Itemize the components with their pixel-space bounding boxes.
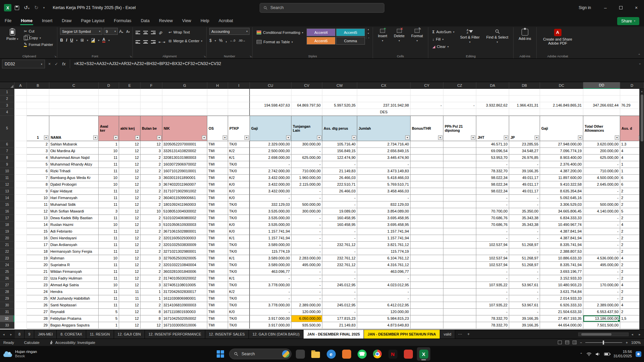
sheet-tab[interactable]: 8 bbox=[15, 330, 24, 339]
row-header[interactable]: 1 bbox=[0, 89, 14, 96]
column-header-D[interactable]: D bbox=[99, 82, 119, 89]
grow-font-button[interactable]: A▴ bbox=[119, 29, 123, 34]
volume-icon[interactable] bbox=[595, 352, 600, 356]
grid-cell[interactable]: - bbox=[357, 275, 411, 282]
filter-dropdown[interactable]: ▼ bbox=[504, 135, 508, 140]
grid-cell[interactable]: 3.535.000,00 bbox=[250, 215, 291, 222]
grid-cell[interactable] bbox=[228, 109, 250, 116]
grid-cell[interactable] bbox=[411, 161, 443, 168]
filter-header-cell[interactable]: Awal ker▼ bbox=[99, 116, 119, 141]
grid-cell[interactable]: 2 bbox=[141, 168, 162, 175]
row-header[interactable]: 12 bbox=[0, 181, 14, 188]
grid-cell[interactable]: 11 bbox=[99, 155, 119, 161]
grid-cell[interactable] bbox=[443, 248, 476, 255]
ribbon-tab-insert[interactable]: Insert bbox=[37, 16, 57, 26]
grid-cell[interactable] bbox=[411, 262, 443, 268]
grid-cell[interactable] bbox=[509, 96, 540, 102]
grid-cell[interactable] bbox=[443, 315, 476, 322]
grid-cell[interactable] bbox=[443, 255, 476, 262]
grid-cell[interactable]: 51.268,97 bbox=[509, 242, 540, 248]
grid-cell[interactable]: 4.316.761,12 bbox=[357, 262, 411, 268]
grid-cell[interactable] bbox=[99, 109, 119, 116]
grid-cell[interactable]: 3271021302980001 bbox=[162, 248, 207, 255]
row-header[interactable]: 4 bbox=[0, 109, 14, 116]
grid-cell[interactable]: Ahmad Agi Satria bbox=[49, 282, 99, 289]
scrollbar-thumb[interactable] bbox=[641, 95, 643, 141]
clear-button[interactable]: ◢Clear▾ bbox=[431, 43, 456, 50]
grid-cell[interactable]: - bbox=[322, 201, 357, 208]
column-header-CY[interactable]: CY bbox=[411, 82, 443, 89]
grid-cell[interactable]: 6.834.333,33 bbox=[540, 215, 583, 222]
align-center-icon[interactable] bbox=[143, 40, 148, 44]
excel-icon[interactable]: X bbox=[417, 347, 430, 361]
column-header-DB[interactable]: DB bbox=[509, 82, 540, 89]
grid-cell[interactable] bbox=[443, 148, 476, 155]
grid-cell[interactable] bbox=[411, 109, 443, 116]
grid-cell[interactable] bbox=[583, 89, 620, 96]
grid-cell[interactable]: 1.157.741,94 bbox=[250, 228, 291, 235]
grid-cell[interactable]: - bbox=[476, 228, 509, 235]
grid-cell[interactable]: - bbox=[509, 195, 540, 201]
grid-cell[interactable] bbox=[411, 302, 443, 309]
grid-cell[interactable] bbox=[14, 268, 27, 275]
grid-cell[interactable]: 26 bbox=[27, 302, 49, 309]
grid-cell[interactable] bbox=[207, 102, 228, 109]
grid-cell[interactable] bbox=[207, 109, 228, 116]
grid-cell[interactable]: TMI bbox=[207, 161, 228, 168]
grid-cell[interactable]: Adi Febrianto bbox=[49, 228, 99, 235]
grid-cell[interactable] bbox=[14, 141, 27, 148]
grid-cell[interactable]: Wildan Firmansyah bbox=[49, 268, 99, 275]
find-select-button[interactable]: Find & Select▾ bbox=[484, 28, 511, 45]
grid-cell[interactable]: 3174010503020002 bbox=[162, 275, 207, 282]
cell-style-comma[interactable]: Comma bbox=[336, 37, 365, 45]
grid-cell[interactable]: 1.157.741,94 bbox=[250, 235, 291, 242]
grid-cell[interactable]: Hari Firmansyah bbox=[49, 195, 99, 201]
grid-cell[interactable] bbox=[291, 109, 322, 116]
grid-cell[interactable]: Djabid Probogiri bbox=[49, 181, 99, 188]
grid-cell[interactable] bbox=[14, 242, 27, 248]
grid-cell[interactable]: 12 bbox=[119, 235, 141, 242]
column-header-CU[interactable]: CU bbox=[250, 82, 291, 89]
grid-cell[interactable]: 27 bbox=[27, 309, 49, 315]
filter-header-cell[interactable]: Gaji▼ bbox=[250, 116, 291, 141]
row-header[interactable]: 10 bbox=[0, 168, 14, 175]
grid-cell[interactable]: 12 bbox=[119, 315, 141, 322]
accessibility-status[interactable]: Accessibility: Investigate bbox=[50, 341, 95, 345]
grid-cell[interactable] bbox=[443, 208, 476, 215]
grid-cell[interactable] bbox=[443, 201, 476, 208]
grid-cell[interactable]: 232.761,12 bbox=[322, 242, 357, 248]
grid-cell[interactable]: 26.466,03 bbox=[322, 175, 357, 181]
grid-cell[interactable] bbox=[119, 96, 141, 102]
grid-cell[interactable] bbox=[49, 96, 99, 102]
grid-cell[interactable]: 2 bbox=[141, 268, 162, 275]
filter-header-cell[interactable]: Bulan be▼ bbox=[141, 116, 162, 141]
grid-cell[interactable]: 34.665.806,45 bbox=[540, 208, 583, 215]
grid-cell[interactable]: 2 bbox=[141, 195, 162, 201]
grid-cell[interactable]: Reynaldi bbox=[49, 309, 99, 315]
grid-cell[interactable] bbox=[411, 268, 443, 275]
titlebar-search[interactable]: Search bbox=[260, 3, 384, 13]
row-header[interactable]: 16 bbox=[0, 208, 14, 215]
grid-cell[interactable]: 6.926.333,33 bbox=[540, 302, 583, 309]
grid-cell[interactable]: 3274051108010005 bbox=[162, 282, 207, 289]
grid-cell[interactable]: 12 bbox=[119, 175, 141, 181]
grid-cell[interactable] bbox=[443, 96, 476, 102]
number-format-combo[interactable]: Accounting▾ bbox=[209, 28, 250, 35]
grid-cell[interactable] bbox=[14, 222, 27, 228]
grid-cell[interactable]: 78.332,70 bbox=[476, 315, 509, 322]
grid-cell[interactable]: 710.000,00 bbox=[291, 168, 322, 175]
grid-cell[interactable]: 6 bbox=[27, 168, 49, 175]
grid-cell[interactable]: 3.932.862,62 bbox=[476, 102, 509, 109]
grid-cell[interactable]: 3 bbox=[141, 282, 162, 289]
grid-cell[interactable] bbox=[411, 195, 443, 201]
grid-cell[interactable]: 2 bbox=[141, 188, 162, 195]
grid-cell[interactable]: - bbox=[476, 248, 509, 255]
grid-cell[interactable] bbox=[411, 282, 443, 289]
grid-cell[interactable]: - bbox=[583, 161, 620, 168]
grid-cell[interactable]: 7 bbox=[27, 175, 49, 181]
grid-cell[interactable]: 2.698.000,00 bbox=[250, 155, 291, 161]
collapse-ribbon-icon[interactable]: ⌃ bbox=[638, 53, 641, 57]
grid-cell[interactable]: Hermansyah Sony Fergia bbox=[49, 248, 99, 255]
grid-cell[interactable]: 35.343,38 bbox=[509, 215, 540, 222]
ribbon-tab-review[interactable]: Review bbox=[154, 16, 177, 26]
